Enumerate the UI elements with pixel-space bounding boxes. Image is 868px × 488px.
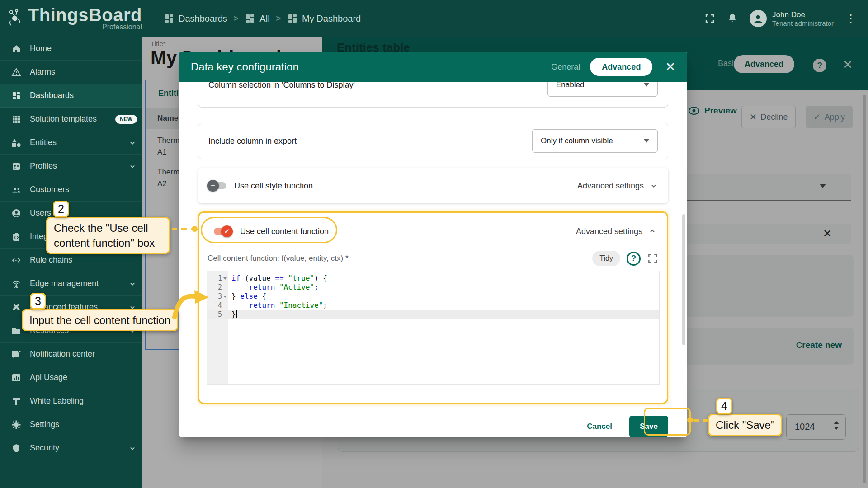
sidebar-item-solution-templates[interactable]: Solution templates NEW <box>0 108 142 131</box>
modal-title: Data key configuration <box>191 61 299 73</box>
cancel-button[interactable]: Cancel <box>585 419 614 434</box>
cell-content-toggle[interactable]: ✓ <box>214 228 232 235</box>
sidebar-item-profiles[interactable]: Profiles <box>0 155 142 178</box>
code-line[interactable]: 2 return "Active"; <box>207 283 659 292</box>
notifications-bell-icon[interactable] <box>727 13 738 24</box>
include-export-row: Include column in export Only if column … <box>198 123 668 159</box>
sidebar-item-dashboards[interactable]: Dashboards <box>0 84 142 108</box>
sidebar-item-customers[interactable]: Customers <box>0 178 142 202</box>
avatar <box>750 10 767 27</box>
breadcrumb-label: All <box>259 14 269 24</box>
sidebar-item-label: Edge management <box>30 279 99 288</box>
sidebar-item-entities[interactable]: Entities <box>0 131 142 155</box>
help-icon[interactable]: ? <box>627 252 641 266</box>
sidebar-item-security[interactable]: Security <box>0 436 142 460</box>
thingsboard-logo-icon <box>6 6 24 31</box>
home-icon <box>11 43 22 54</box>
code-line[interactable]: 5} <box>207 310 659 319</box>
cell-style-toggle[interactable]: – <box>208 182 226 189</box>
breadcrumb-dashboards[interactable]: Dashboards <box>164 13 227 24</box>
user-menu[interactable]: John Doe Tenant administrator <box>750 10 834 27</box>
code-editor[interactable]: 1if (value == "true") {2 return "Active"… <box>207 271 660 385</box>
sidebar-item-alarms[interactable]: Alarms <box>0 61 142 84</box>
fullscreen-icon[interactable] <box>704 13 715 24</box>
cell-style-section: – Use cell style function Advanced setti… <box>198 168 668 203</box>
sidebar-item-label: Users <box>30 208 51 218</box>
sidebar-item-label: Solution templates <box>30 114 97 124</box>
annotation-step-badge: 4 <box>716 398 732 414</box>
annotation-connector-dot <box>687 417 693 423</box>
modal-footer: Cancel Save <box>198 416 668 437</box>
cell-style-advanced-settings[interactable]: Advanced settings <box>577 181 658 191</box>
logo[interactable]: ThingsBoard Professional <box>6 6 142 31</box>
modal-header: Data key configuration General Advanced … <box>179 52 687 82</box>
sidebar-item-label: Entities <box>30 138 57 147</box>
sidebar-item-label: Home <box>30 44 52 53</box>
sidebar-item-label: Customers <box>30 185 69 194</box>
annotation-connector <box>693 419 708 422</box>
selected-value: Enabled <box>556 82 584 89</box>
sidebar-item-notification-center[interactable]: Notification center <box>0 343 142 366</box>
annotation-callout-step4: Click "Save" <box>708 414 782 436</box>
code-line[interactable]: 3} else { <box>207 292 659 301</box>
bar-chart-icon <box>11 372 22 383</box>
rule-chains-icon <box>11 255 22 266</box>
sidebar-item-edge-management[interactable]: Edge management <box>0 272 142 296</box>
dashboard-icon <box>245 13 255 24</box>
profiles-badge-icon <box>11 161 22 172</box>
annotation-arrow <box>168 277 212 321</box>
tidy-button[interactable]: Tidy <box>592 251 620 266</box>
tab-general[interactable]: General <box>551 62 580 72</box>
sidebar-item-home[interactable]: Home <box>0 37 142 61</box>
toggle-knob: – <box>207 180 219 192</box>
sidebar-item-settings[interactable]: Settings <box>0 413 142 436</box>
annotation-callout-step2: Check the "Use cell content function" bo… <box>46 217 170 254</box>
code-line[interactable]: 1if (value == "true") { <box>207 274 659 283</box>
sidebar-item-label: White Labeling <box>30 396 84 406</box>
sidebar-item-label: Dashboards <box>30 91 74 100</box>
breadcrumb-all[interactable]: All <box>245 13 269 24</box>
notification-center-icon <box>11 349 22 360</box>
include-export-select[interactable]: Only if column visible <box>532 129 658 153</box>
selected-value: Only if column visible <box>541 136 613 145</box>
sidebar-item-label: Alarms <box>30 67 55 77</box>
code-line[interactable]: 4 return "Inactive"; <box>207 301 659 310</box>
alarm-icon <box>11 67 22 78</box>
annotation-callout-step3: Input the cell content function <box>22 309 178 331</box>
breadcrumb-label: Dashboards <box>179 14 227 24</box>
fold-caret-icon <box>223 277 227 280</box>
sidebar-item-api-usage[interactable]: Api Usage <box>0 366 142 389</box>
white-labeling-icon <box>11 396 22 407</box>
fullscreen-icon[interactable] <box>647 253 659 264</box>
toggle-knob: ✓ <box>221 225 233 237</box>
tab-advanced[interactable]: Advanced <box>590 58 652 76</box>
cell-content-section: ✓ Use cell content function Advanced set… <box>198 211 668 404</box>
sidebar-item-label: Profiles <box>30 161 57 171</box>
annotation-step-badge: 3 <box>30 293 46 310</box>
cell-style-label: Use cell style function <box>234 181 313 191</box>
top-bar: ThingsBoard Professional Dashboards > Al… <box>0 0 868 37</box>
dashboard-icon <box>11 90 22 101</box>
save-button[interactable]: Save <box>629 416 668 437</box>
column-selection-row: Column selection in 'Columns to Display'… <box>198 82 668 108</box>
close-icon[interactable]: ✕ <box>665 61 675 73</box>
edge-antenna-icon <box>11 278 22 289</box>
cell-content-advanced-settings[interactable]: Advanced settings <box>576 227 657 236</box>
grid-icon <box>11 114 22 125</box>
fold-caret-icon <box>223 296 227 298</box>
integrations-icon <box>11 231 22 242</box>
breadcrumb-my-dashboard[interactable]: My Dashboard <box>287 13 361 24</box>
modal-scrollbar[interactable] <box>682 214 685 345</box>
breadcrumb: Dashboards > All > My Dashboard <box>164 13 361 24</box>
chevron-down-icon <box>128 138 137 147</box>
tools-icon <box>11 302 22 313</box>
sidebar-item-label: Api Usage <box>30 373 67 382</box>
kebab-menu-icon[interactable]: ⋮ <box>845 16 856 21</box>
sidebar-item-white-labeling[interactable]: White Labeling <box>0 389 142 413</box>
folder-icon <box>11 325 22 336</box>
column-selection-select[interactable]: Enabled <box>547 82 658 97</box>
person-icon <box>752 13 764 24</box>
breadcrumb-label: My Dashboard <box>302 14 361 24</box>
modal-body: Column selection in 'Columns to Display'… <box>179 82 687 437</box>
cell-content-label: Use cell content function <box>240 227 329 236</box>
